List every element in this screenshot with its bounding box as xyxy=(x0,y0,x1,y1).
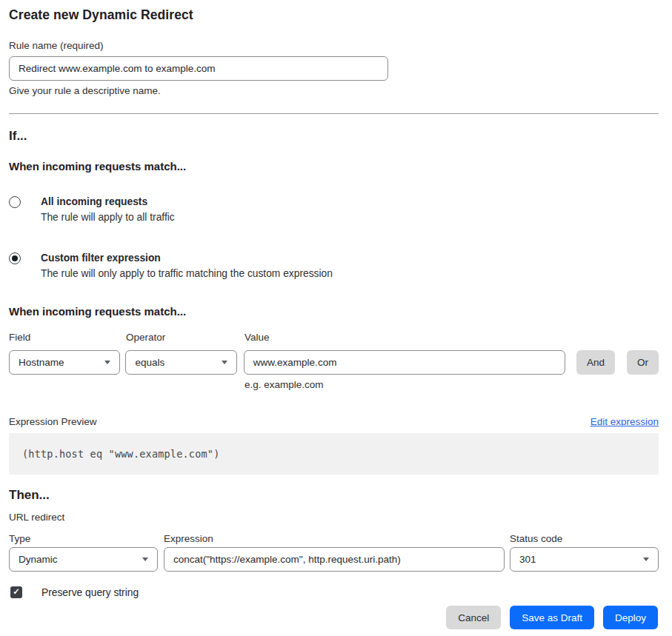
preserve-query-string-row[interactable]: ✓ Preserve query string xyxy=(9,586,659,598)
footer-actions: Cancel Save as Draft Deploy xyxy=(9,606,659,629)
chevron-down-icon xyxy=(643,558,649,561)
value-help: e.g. example.com xyxy=(244,379,659,390)
expression-label: Expression xyxy=(164,533,505,544)
create-redirect-form: Create new Dynamic Redirect Rule name (r… xyxy=(0,0,672,629)
match-heading-2: When incoming requests match... xyxy=(9,305,659,318)
deploy-button[interactable]: Deploy xyxy=(603,606,658,629)
radio-option-label: Custom filter expression xyxy=(41,252,333,264)
field-select[interactable]: Hostname xyxy=(9,350,120,375)
preserve-query-string-label: Preserve query string xyxy=(41,587,139,598)
and-button[interactable]: And xyxy=(576,350,615,375)
radio-option-all-requests[interactable]: All incoming requests The rule will appl… xyxy=(9,195,659,224)
status-code-select[interactable]: 301 xyxy=(510,547,659,572)
radio-option-label: All incoming requests xyxy=(41,195,175,208)
rule-name-label: Rule name (required) xyxy=(9,40,659,51)
expression-preview-label: Expression Preview xyxy=(9,416,97,427)
status-code-select-value: 301 xyxy=(519,554,536,565)
radio-option-custom-filter[interactable]: Custom filter expression The rule will o… xyxy=(9,252,659,280)
value-label: Value xyxy=(244,332,270,343)
expression-preview-box: (http.host eq "www.example.com") xyxy=(9,433,659,475)
operator-select[interactable]: equals xyxy=(125,350,236,375)
match-heading-1: When incoming requests match... xyxy=(9,160,659,173)
radio-option-description: The rule will apply to all traffic xyxy=(41,211,175,224)
chevron-down-icon xyxy=(222,361,227,364)
rule-name-input[interactable] xyxy=(9,56,388,81)
page-title: Create new Dynamic Redirect xyxy=(9,7,659,23)
chevron-down-icon xyxy=(104,361,110,364)
radio-button-unselected[interactable] xyxy=(9,196,21,208)
rule-name-help: Give your rule a descriptive name. xyxy=(9,85,659,96)
operator-label: Operator xyxy=(126,332,238,343)
or-button[interactable]: Or xyxy=(627,350,659,375)
radio-button-selected[interactable] xyxy=(9,252,21,264)
type-label: Type xyxy=(9,533,158,544)
url-redirect-label: URL redirect xyxy=(9,512,659,523)
section-divider xyxy=(9,113,659,114)
cancel-button[interactable]: Cancel xyxy=(446,606,501,629)
value-input[interactable] xyxy=(244,350,565,375)
chevron-down-icon xyxy=(142,558,148,561)
operator-select-value: equals xyxy=(135,357,164,368)
status-code-label: Status code xyxy=(510,533,562,544)
checkmark-icon: ✓ xyxy=(13,588,20,597)
preserve-query-string-checkbox[interactable]: ✓ xyxy=(10,586,22,598)
field-label: Field xyxy=(9,332,121,343)
then-heading: Then... xyxy=(9,488,659,503)
expression-input[interactable] xyxy=(164,547,505,572)
type-select[interactable]: Dynamic xyxy=(9,547,158,572)
expression-preview-code: (http.host eq "www.example.com") xyxy=(22,448,220,460)
save-as-draft-button[interactable]: Save as Draft xyxy=(510,606,594,629)
field-select-value: Hostname xyxy=(19,357,64,368)
radio-option-description: The rule will only apply to traffic matc… xyxy=(41,267,333,280)
if-heading: If... xyxy=(9,129,659,144)
edit-expression-link[interactable]: Edit expression xyxy=(591,416,659,427)
type-select-value: Dynamic xyxy=(19,554,58,565)
